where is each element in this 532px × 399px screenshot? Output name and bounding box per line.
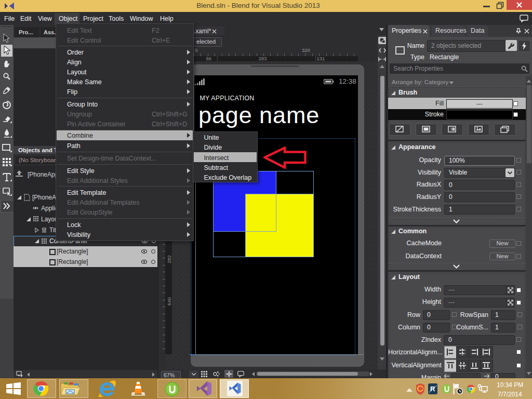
svg-text:R: R: [430, 385, 435, 393]
